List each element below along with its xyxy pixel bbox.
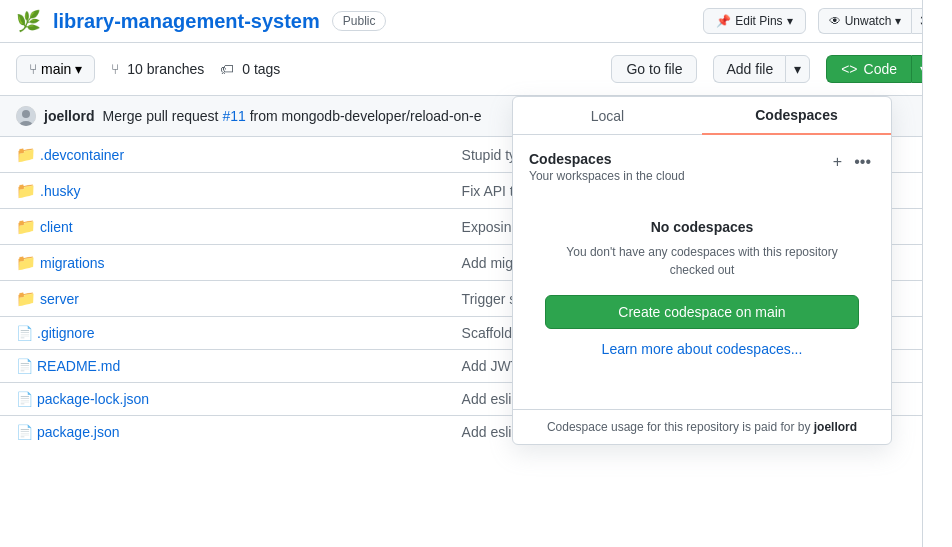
folder-icon: 📁 bbox=[16, 181, 36, 200]
add-file-label: Add file bbox=[726, 61, 773, 77]
unwatch-group: 👁 Unwatch ▾ 3 bbox=[818, 8, 936, 34]
code-button[interactable]: <> Code bbox=[826, 55, 911, 83]
chevron-down-icon-branch: ▾ bbox=[75, 61, 82, 77]
commit-message: Merge pull request #11 from mongodb-deve… bbox=[103, 108, 482, 124]
folder-icon: 📁 bbox=[16, 289, 36, 308]
create-codespace-button[interactable]: Create codespace on main bbox=[545, 295, 859, 329]
no-codespaces-desc: You don't have any codespaces with this … bbox=[545, 243, 859, 279]
code-group: <> Code ▾ bbox=[826, 55, 936, 83]
branch-meta: ⑂ 10 branches 🏷 0 tags bbox=[111, 61, 280, 77]
repo-name[interactable]: library-management-system bbox=[53, 10, 320, 33]
go-to-file-button[interactable]: Go to file bbox=[611, 55, 697, 83]
eye-icon: 👁 bbox=[829, 14, 841, 28]
top-bar: 🌿 library-management-system Public 📌 Edi… bbox=[0, 0, 952, 43]
pin-icon: 📌 bbox=[716, 14, 731, 28]
dropdown-tabs: Local Codespaces bbox=[513, 97, 891, 135]
branch-icon-small: ⑂ bbox=[111, 61, 119, 77]
add-file-caret-button[interactable]: ▾ bbox=[785, 55, 810, 83]
file-name-link[interactable]: 📄package-lock.json bbox=[16, 391, 430, 407]
codespaces-title: Codespaces bbox=[529, 151, 685, 167]
commit-message-rest: from mongodb-developer/reload-on-e bbox=[246, 108, 482, 124]
file-name-link[interactable]: 📁.devcontainer bbox=[16, 145, 430, 164]
file-icon: 📄 bbox=[16, 391, 33, 407]
folder-icon: 📁 bbox=[16, 217, 36, 236]
usage-note-user: joellord bbox=[814, 420, 857, 434]
code-brackets-icon: <> bbox=[841, 61, 857, 77]
tags-link[interactable]: 🏷 0 tags bbox=[220, 61, 280, 77]
file-name-link[interactable]: 📄package.json bbox=[16, 424, 430, 440]
add-file-button[interactable]: Add file bbox=[713, 55, 785, 83]
codespaces-subtitle: Your workspaces in the cloud bbox=[529, 169, 685, 183]
commit-author[interactable]: joellord bbox=[44, 108, 95, 124]
file-name-link[interactable]: 📁migrations bbox=[16, 253, 430, 272]
codespaces-title-section: Codespaces Your workspaces in the cloud bbox=[529, 151, 685, 183]
usage-note-prefix: Codespace usage for this repository is p… bbox=[547, 420, 814, 434]
file-name-link[interactable]: 📁server bbox=[16, 289, 430, 308]
code-label: Code bbox=[864, 61, 897, 77]
file-icon: 📄 bbox=[16, 358, 33, 374]
local-tab[interactable]: Local bbox=[513, 97, 702, 134]
file-name-link[interactable]: 📁client bbox=[16, 217, 430, 236]
codespaces-tab[interactable]: Codespaces bbox=[702, 97, 891, 135]
edit-pins-button[interactable]: 📌 Edit Pins ▾ bbox=[703, 8, 805, 34]
codespaces-header: Codespaces Your workspaces in the cloud … bbox=[529, 151, 875, 183]
visibility-badge: Public bbox=[332, 11, 387, 31]
no-codespaces-title: No codespaces bbox=[545, 219, 859, 235]
learn-more-link[interactable]: Learn more about codespaces... bbox=[545, 341, 859, 357]
file-name-link[interactable]: 📄.gitignore bbox=[16, 325, 430, 341]
file-icon: 📄 bbox=[16, 424, 33, 440]
tag-icon: 🏷 bbox=[220, 61, 234, 77]
usage-note: Codespace usage for this repository is p… bbox=[513, 409, 891, 444]
chevron-down-icon: ▾ bbox=[787, 14, 793, 28]
add-file-group: Add file ▾ bbox=[713, 55, 810, 83]
commit-pr-link[interactable]: #11 bbox=[222, 108, 245, 124]
branch-icon: ⑂ bbox=[29, 61, 37, 77]
avatar bbox=[16, 106, 36, 126]
codespaces-actions: + ••• bbox=[829, 151, 875, 173]
file-name-link[interactable]: 📁.husky bbox=[16, 181, 430, 200]
commit-message-text: Merge pull request bbox=[103, 108, 223, 124]
no-codespaces-section: No codespaces You don't have any codespa… bbox=[529, 195, 875, 393]
svg-point-1 bbox=[22, 110, 30, 118]
folder-icon: 📁 bbox=[16, 145, 36, 164]
dropdown-body: Codespaces Your workspaces in the cloud … bbox=[513, 135, 891, 409]
branch-bar: ⑂ main ▾ ⑂ 10 branches 🏷 0 tags Go to fi… bbox=[0, 43, 952, 96]
unwatch-button[interactable]: 👁 Unwatch ▾ bbox=[818, 8, 912, 34]
branch-name: main bbox=[41, 61, 71, 77]
file-icon: 📄 bbox=[16, 325, 33, 341]
branches-label[interactable]: 10 branches bbox=[127, 61, 204, 77]
go-to-file-label: Go to file bbox=[626, 61, 682, 77]
tags-label[interactable]: 0 tags bbox=[242, 61, 280, 77]
add-codespace-button[interactable]: + bbox=[829, 151, 846, 173]
file-name-link[interactable]: 📄README.md bbox=[16, 358, 430, 374]
right-sidebar bbox=[922, 0, 952, 547]
repo-icon: 🌿 bbox=[16, 9, 41, 33]
folder-icon: 📁 bbox=[16, 253, 36, 272]
unwatch-label: Unwatch bbox=[845, 14, 892, 28]
branches-link[interactable]: ⑂ 10 branches bbox=[111, 61, 204, 77]
chevron-down-icon-unwatch: ▾ bbox=[895, 14, 901, 28]
edit-pins-label: Edit Pins bbox=[735, 14, 782, 28]
codespaces-more-button[interactable]: ••• bbox=[850, 151, 875, 173]
code-dropdown: Local Codespaces Codespaces Your workspa… bbox=[512, 96, 892, 445]
branch-selector[interactable]: ⑂ main ▾ bbox=[16, 55, 95, 83]
